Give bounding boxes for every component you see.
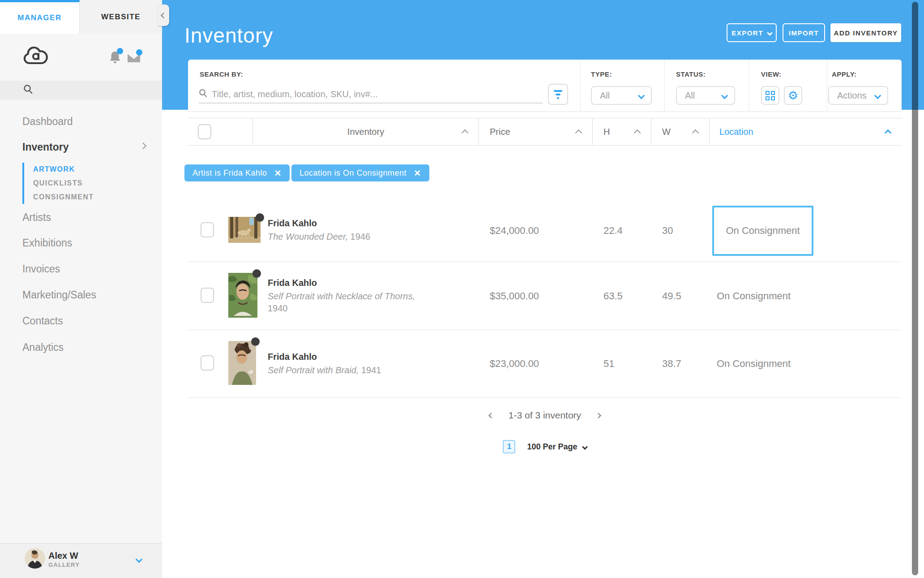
messages-mail-icon[interactable] (127, 53, 141, 65)
per-page-select[interactable]: 100 Per Page (527, 442, 586, 452)
workspace-tabs: MANAGER WEBSITE (0, 0, 162, 34)
sidebar-collapse-button[interactable] (158, 4, 169, 26)
export-button[interactable]: EXPORT (727, 23, 777, 42)
sort-caret-icon[interactable] (692, 129, 699, 137)
sidebar-item-exhibitions[interactable]: Exhibitions (22, 237, 72, 249)
inventory-expand-chevron-icon[interactable] (140, 142, 147, 150)
artwork-artist: Frida Kahlo (268, 218, 479, 229)
grid-icon (766, 91, 775, 100)
chevron-down-icon (721, 92, 728, 99)
sidebar-item-contacts[interactable]: Contacts (22, 315, 63, 327)
export-button-label: EXPORT (732, 29, 763, 37)
column-header-inventory[interactable]: Inventory (253, 118, 479, 145)
row-checkbox[interactable] (201, 355, 214, 371)
type-select-value: All (600, 91, 610, 101)
artwork-width: 30 (651, 225, 710, 237)
artcloud-logo-icon (22, 46, 48, 68)
bell-unread-dot (117, 48, 123, 54)
sidebar-item-artwork[interactable]: ARTWORK (33, 165, 75, 173)
pagination-range: 1-3 of 3 inventory (509, 410, 581, 421)
sidebar-item-artists[interactable]: Artists (22, 211, 51, 224)
column-header-price[interactable]: Price (479, 118, 593, 145)
divider (664, 60, 665, 111)
import-button-label: IMPORT (789, 29, 819, 37)
table-row[interactable]: Frida Kahlo Self Portrait with Braid, 19… (188, 330, 902, 398)
advanced-filter-button[interactable] (548, 84, 568, 105)
artwork-thumbnail[interactable] (228, 341, 256, 385)
artwork-location: On Consignment (710, 206, 902, 256)
chevron-down-icon (874, 92, 881, 99)
search-field-wrap (199, 86, 543, 104)
import-button[interactable]: IMPORT (783, 23, 825, 42)
view-settings-button[interactable]: ⚙ (784, 86, 802, 105)
search-icon (23, 84, 33, 96)
chevron-down-icon (582, 444, 588, 450)
sidebar-item-analytics[interactable]: Analytics (22, 341, 64, 354)
sort-caret-icon[interactable] (575, 129, 582, 137)
status-dot-badge (251, 337, 260, 346)
actions-select[interactable]: Actions (828, 86, 888, 105)
remove-filter-icon[interactable]: ✕ (274, 168, 282, 178)
page-number-button[interactable]: 1 (503, 440, 515, 453)
search-input[interactable] (212, 89, 543, 99)
sort-caret-icon[interactable] (462, 129, 469, 137)
grid-view-button[interactable] (761, 86, 779, 105)
sort-caret-icon[interactable] (885, 129, 892, 137)
add-inventory-button[interactable]: ADD INVENTORY (830, 23, 901, 42)
export-chevron-icon (767, 30, 773, 36)
artwork-price: $23,000.00 (479, 358, 593, 370)
next-page-icon[interactable] (595, 413, 601, 418)
tab-website[interactable]: WEBSITE (80, 0, 162, 34)
vertical-scrollbar[interactable] (912, 2, 918, 575)
row-checkbox[interactable] (201, 222, 214, 237)
filter-chip-label: Artist is Frida Kahlo (192, 168, 267, 178)
artwork-price: $24,000.00 (479, 225, 593, 237)
artwork-width: 49.5 (651, 290, 710, 302)
filter-panel: SEARCH BY: TYPE: Al (188, 60, 902, 111)
mail-unread-dot (136, 49, 142, 56)
column-header-w[interactable]: W (651, 118, 710, 145)
sidebar-item-marketing-sales[interactable]: Marketing/Sales (22, 289, 96, 301)
collapse-chevron-icon (161, 13, 167, 18)
type-select[interactable]: All (591, 86, 652, 105)
table-row[interactable]: Frida Kahlo Self Portrait with Necklace … (188, 262, 902, 330)
sidebar-item-dashboard[interactable]: Dashboard (22, 116, 73, 128)
status-select[interactable]: All (676, 86, 735, 105)
sidebar-item-quicklists[interactable]: QUICKLISTS (33, 179, 83, 187)
user-account-menu[interactable]: Alex W GALLERY (0, 543, 162, 578)
table-row[interactable]: Frida Kahlo The Wounded Deer, 1946 $24,0… (188, 199, 902, 262)
sidebar-search[interactable] (0, 81, 162, 100)
artwork-location: On Consignment (710, 358, 902, 370)
table-header: Inventory Price H W Location (188, 118, 902, 146)
tab-manager[interactable]: MANAGER (0, 0, 80, 34)
artwork-thumbnail[interactable] (228, 217, 261, 243)
select-all-checkbox[interactable] (198, 124, 211, 139)
row-checkbox[interactable] (201, 288, 214, 303)
artwork-thumbnail[interactable] (228, 273, 257, 318)
artwork-height: 22.4 (593, 225, 651, 237)
sidebar-item-invoices[interactable]: Invoices (22, 263, 60, 275)
column-header-location[interactable]: Location (710, 118, 902, 145)
sidebar-item-consignment[interactable]: CONSIGNMENT (33, 193, 94, 201)
divider (749, 60, 749, 111)
artwork-artist: Frida Kahlo (268, 278, 479, 288)
remove-filter-icon[interactable]: ✕ (414, 168, 421, 178)
status-label: STATUS: (676, 70, 706, 78)
artwork-height: 51 (593, 358, 651, 370)
divider (827, 60, 827, 111)
filter-icon (554, 90, 562, 92)
prev-page-icon[interactable] (488, 413, 494, 418)
notifications-bell-icon[interactable] (109, 51, 121, 66)
select-all-cell (188, 118, 253, 145)
user-menu-chevron-icon[interactable] (136, 556, 143, 563)
search-icon (199, 89, 207, 99)
location-highlight-box[interactable]: On Consignment (712, 206, 813, 256)
pagination: 1-3 of 3 inventory (188, 410, 902, 421)
filter-chip-artist: Artist is Frida Kahlo ✕ (184, 164, 290, 181)
user-role: GALLERY (48, 561, 80, 568)
sort-caret-icon[interactable] (634, 129, 641, 137)
sidebar-item-inventory[interactable]: Inventory (22, 141, 69, 153)
artwork-height: 63.5 (593, 290, 651, 302)
column-header-h[interactable]: H (593, 118, 651, 145)
brand-row (0, 34, 162, 81)
